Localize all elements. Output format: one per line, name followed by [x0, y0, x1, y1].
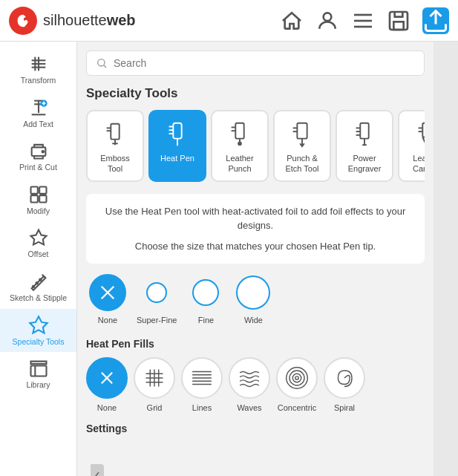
sidebar-item-library[interactable]: Library — [0, 352, 76, 396]
fill-spiral-icon — [330, 363, 359, 393]
tool-punch-etch[interactable]: Punch &Etch Tool — [273, 110, 331, 182]
user-button[interactable] — [315, 9, 339, 33]
leather-punch-icon — [225, 119, 255, 149]
modify-icon — [28, 184, 49, 205]
description-line2: Choose the size that matches your chosen… — [96, 239, 414, 254]
svg-rect-48 — [297, 123, 307, 139]
heat-pen-icon — [163, 119, 192, 149]
print-cut-icon — [28, 140, 49, 161]
tool-grid: EmbossTool Heat Pen — [86, 110, 425, 182]
size-label-wide: Wide — [244, 316, 263, 325]
offset-icon — [28, 227, 49, 248]
tool-power-engraver[interactable]: PowerEngraver — [336, 110, 393, 182]
search-bar[interactable] — [86, 50, 425, 76]
fill-option-none[interactable]: None — [86, 357, 128, 412]
none-x-icon — [91, 274, 125, 311]
fill-circle-spiral — [324, 357, 365, 399]
size-label-fine: Fine — [198, 316, 214, 325]
fill-label-none: None — [97, 403, 117, 412]
settings-title: Settings — [86, 423, 425, 434]
menu-button[interactable] — [351, 9, 375, 33]
fill-circle-lines — [181, 357, 223, 399]
sketch-stipple-icon — [28, 271, 49, 292]
home-button[interactable] — [280, 9, 304, 33]
size-circle-wide — [236, 276, 270, 310]
upload-button[interactable] — [422, 7, 449, 34]
tool-leather-carving[interactable]: LeatherCarving — [398, 110, 425, 182]
svg-rect-23 — [39, 195, 46, 202]
sidebar-item-modify[interactable]: Modify — [0, 178, 76, 222]
header-actions — [280, 7, 449, 34]
svg-point-25 — [32, 286, 33, 287]
svg-point-77 — [289, 371, 304, 385]
sidebar-item-transform[interactable]: Transform — [0, 48, 76, 91]
fill-option-concentric[interactable]: Concentric — [276, 357, 318, 412]
size-circle-super-fine — [146, 282, 167, 303]
tool-punch-etch-label: Punch &Etch Tool — [285, 153, 318, 175]
tool-leather-punch[interactable]: LeatherPunch — [211, 110, 269, 182]
size-picker: None Super-Fine Fine Wide — [86, 274, 425, 325]
tool-description: Use the Heat Pen tool with heat-activate… — [86, 194, 425, 264]
tool-emboss-tool[interactable]: EmbossTool — [86, 110, 144, 182]
search-icon — [96, 57, 108, 69]
svg-rect-20 — [30, 186, 37, 193]
fill-circle-none — [86, 357, 128, 399]
silhouette-logo-svg — [15, 13, 31, 29]
sidebar-item-print-cut[interactable]: Print & Cut — [0, 134, 76, 178]
emboss-tool-icon — [100, 119, 130, 149]
sidebar-item-sketch-stipple[interactable]: Sketch & Stipple — [0, 265, 76, 309]
panel-collapse-button[interactable] — [91, 464, 104, 476]
svg-rect-5 — [393, 22, 403, 30]
svg-marker-28 — [30, 316, 47, 333]
sidebar-item-add-text-label: Add Text — [23, 120, 53, 129]
svg-rect-22 — [30, 195, 37, 202]
sidebar-item-specialty-tools[interactable]: Specialty Tools — [0, 309, 76, 353]
svg-rect-38 — [173, 123, 181, 139]
svg-rect-33 — [111, 124, 119, 140]
fills-grid: None Grid — [86, 357, 425, 412]
svg-rect-21 — [39, 186, 46, 193]
sidebar-item-modify-label: Modify — [27, 206, 50, 216]
size-label-none: None — [98, 316, 117, 325]
tool-emboss-label: EmbossTool — [100, 153, 130, 175]
section-title: Specialty Tools — [86, 86, 425, 101]
svg-point-27 — [39, 278, 41, 280]
logo: silhouetteweb — [9, 7, 280, 35]
fill-circle-waves — [229, 357, 270, 399]
sidebar-item-offset-label: Offset — [28, 250, 49, 259]
fill-concentric-icon — [282, 363, 312, 393]
svg-rect-43 — [235, 123, 243, 139]
save-icon — [387, 9, 410, 33]
size-option-fine[interactable]: Fine — [187, 274, 224, 325]
save-button[interactable] — [387, 9, 410, 33]
tool-power-engraver-label: PowerEngraver — [348, 153, 382, 175]
fill-option-lines[interactable]: Lines — [181, 357, 223, 412]
fill-label-grid: Grid — [147, 403, 163, 412]
sidebar-item-specialty-tools-label: Specialty Tools — [13, 337, 65, 347]
search-input[interactable] — [114, 57, 415, 69]
fill-option-waves[interactable]: Waves — [229, 357, 270, 412]
tool-heat-pen[interactable]: Heat Pen — [148, 110, 206, 182]
fill-label-waves: Waves — [237, 403, 261, 412]
fill-option-grid[interactable]: Grid — [134, 357, 175, 412]
fill-lines-icon — [187, 363, 217, 393]
svg-point-78 — [292, 374, 301, 382]
specialty-tools-icon — [28, 315, 49, 336]
size-option-super-fine[interactable]: Super-Fine — [137, 274, 177, 325]
svg-point-26 — [36, 282, 37, 284]
transform-icon — [28, 53, 49, 74]
size-option-wide[interactable]: Wide — [235, 274, 272, 325]
user-icon — [315, 9, 339, 33]
size-option-none[interactable]: None — [89, 274, 126, 325]
fill-option-spiral[interactable]: Spiral — [324, 357, 365, 412]
leather-carving-icon — [412, 119, 425, 149]
punch-etch-icon — [287, 119, 317, 149]
power-engraver-icon — [350, 119, 379, 149]
upload-icon — [422, 7, 449, 34]
svg-point-79 — [295, 376, 298, 379]
sidebar-item-transform-label: Transform — [21, 76, 56, 85]
sidebar-item-add-text[interactable]: Add Text — [0, 91, 76, 135]
sidebar-item-offset[interactable]: Offset — [0, 221, 76, 265]
size-circle-none — [89, 274, 126, 311]
sidebar-item-sketch-stipple-label: Sketch & Stipple — [10, 293, 67, 303]
